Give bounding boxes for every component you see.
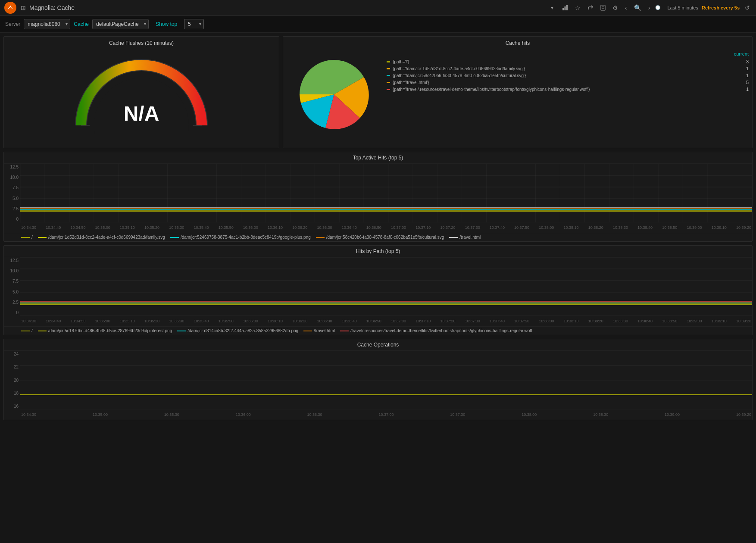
refresh-icon[interactable]: ↺	[743, 3, 752, 13]
chart1-legend-label-5: /travel.html	[459, 235, 481, 240]
legend-item-4: {path='/travel.html'} 5	[387, 80, 749, 85]
file-icon[interactable]	[599, 3, 607, 12]
legend-text-3: {path='/dam/jcr:58c420b6-fa30-4578-8af0-…	[393, 73, 737, 78]
chart2-legend: / /dam/jcr:5c1870bc-d486-4b38-b5ce-28769…	[4, 326, 752, 335]
y2-label-5: 0	[16, 310, 19, 315]
refresh-label[interactable]: Refresh every 5s	[702, 5, 740, 10]
nav-right: ☆ ⚙ ‹ 🔍 › 🕐 Last 5 minutes Refresh every…	[560, 3, 752, 13]
share-icon[interactable]	[586, 3, 595, 12]
cache-select[interactable]: defaultPageCache	[92, 19, 149, 29]
chart2-panel: Hits by Path (top 5) 12.5 10.0 7.5 5.0 2…	[3, 245, 753, 335]
chart2-area: 12.5 10.0 7.5 5.0 2.5 0 1	[4, 257, 752, 326]
chart1-legend-1: /	[21, 235, 33, 240]
chart1-legend: / /dam/jcr:1d52d31d-8cc2-4ade-a4cf-c0d66…	[4, 233, 752, 241]
chart1-legend-label-1: /	[31, 235, 33, 240]
chart2-legend-1: /	[21, 328, 33, 333]
star-icon[interactable]: ☆	[573, 3, 582, 13]
chart1-legend-5: /travel.html	[449, 235, 481, 240]
chart3-title: Cache Operations	[4, 339, 752, 351]
pie-chart-area	[287, 51, 381, 137]
pie-content: current {path='/'} 3 {path='/dam/jcr:1d5…	[287, 48, 749, 144]
grid-icon: ⊞	[21, 4, 26, 11]
pie-svg	[291, 51, 377, 137]
svg-rect-3	[566, 5, 568, 10]
top-navbar: ⊞ Magnolia: Cache ▾ ☆ ⚙ ‹ 🔍 › 🕐 Last 5 m…	[0, 0, 756, 16]
y1-label-4: 2.5	[12, 206, 19, 211]
cache-dropdown[interactable]: defaultPageCache	[92, 19, 149, 29]
prev-icon[interactable]: ‹	[623, 3, 629, 13]
legend-val-4: 5	[740, 80, 749, 85]
top-num-dropdown[interactable]: 5 10 15 20	[184, 19, 204, 29]
svg-rect-2	[565, 6, 566, 10]
y1-label-0: 12.5	[10, 165, 19, 169]
legend-text-2: {path='/dam/jcr:1d52d31d-8cc2-4ade-a4cf-…	[393, 66, 737, 71]
legend-val-5: 1	[740, 87, 749, 92]
chart3-area: 24 22 20 18 16 10:34:30 10:35:00 10:35:3…	[4, 351, 752, 420]
server-dropdown[interactable]: magnolia8080	[24, 19, 70, 29]
chart2-legend-label-4: /travel.html	[314, 328, 335, 333]
chart2-legend-label-1: /	[31, 328, 33, 333]
filter-bar: Server magnolia8080 Cache defaultPageCac…	[0, 16, 756, 33]
chart1-title: Top Active Hits (top 5)	[4, 152, 752, 164]
legend-item-2: {path='/dam/jcr:1d52d31d-8cc2-4ade-a4cf-…	[387, 66, 749, 71]
chart1-x-labels: 10:34:30 10:34:40 10:34:50 10:35:00 10:3…	[20, 222, 752, 233]
y1-label-5: 0	[16, 217, 19, 222]
title-chevron[interactable]: ▾	[551, 5, 553, 11]
chart3-svg	[20, 351, 752, 409]
y2-label-2: 7.5	[12, 279, 19, 284]
search-icon[interactable]: 🔍	[632, 3, 643, 13]
gear-icon[interactable]: ⚙	[611, 3, 620, 13]
legend-val-1: 3	[740, 59, 749, 64]
legend-text-1: {path='/'}	[393, 59, 737, 64]
legend-item-3: {path='/dam/jcr:58c420b6-fa30-4578-8af0-…	[387, 73, 749, 78]
svg-rect-4	[601, 5, 605, 10]
y1-label-1: 10.0	[10, 175, 19, 180]
top-num-select[interactable]: 5 10 15 20	[184, 19, 204, 29]
y3-label-2: 20	[14, 378, 19, 383]
y2-label-1: 10.0	[10, 268, 19, 273]
chart1-legend-label-2: /dam/jcr:1d52d31d-8cc2-4ade-a4cf-c0d6699…	[48, 235, 165, 240]
legend-text-5: {path='/travel/.resources/travel-demo-th…	[393, 87, 737, 92]
legend-val-2: 1	[740, 66, 749, 71]
gauge-value: N/A	[124, 102, 159, 125]
y2-label-0: 12.5	[10, 258, 19, 263]
chart1-area: 12.5 10.0 7.5 5.0 2.5 0	[4, 164, 752, 233]
server-label: Server	[5, 21, 20, 27]
chart1-panel: Top Active Hits (top 5) 12.5 10.0 7.5 5.…	[3, 152, 753, 242]
chart3-x-labels: 10:34:30 10:35:00 10:35:30 10:36:00 10:3…	[20, 409, 752, 420]
legend-item-1: {path='/'} 3	[387, 59, 749, 64]
chart1-legend-label-3: /dam/jcr:52469758-3875-4ac1-b2bb-8deac5c…	[181, 235, 311, 240]
chart2-svg	[20, 257, 752, 316]
legend-val-3: 1	[740, 73, 749, 78]
chart2-legend-4: /travel.html	[303, 328, 335, 333]
bar-chart-icon[interactable]	[560, 3, 570, 12]
chart2-legend-label-5: /travel/.resources/travel-demo-theme/lib…	[350, 328, 532, 333]
show-top-button[interactable]: Show top	[152, 19, 181, 29]
gauge-container: N/A	[68, 48, 215, 134]
pie-title: Cache hits	[287, 40, 749, 46]
clock-icon: 🕐	[655, 5, 660, 10]
app-logo	[4, 2, 16, 14]
chart2-y-labels: 12.5 10.0 7.5 5.0 2.5 0	[4, 257, 20, 316]
legend-text-4: {path='/travel.html'}	[393, 80, 737, 85]
server-select[interactable]: magnolia8080	[24, 19, 70, 29]
chart1-svg	[20, 164, 752, 222]
next-icon[interactable]: ›	[647, 3, 652, 13]
chart1-legend-2: /dam/jcr:1d52d31d-8cc2-4ade-a4cf-c0d6699…	[38, 235, 165, 240]
pie-panel: Cache hits	[283, 36, 753, 148]
chart2-x-labels: 10:34:30 10:34:40 10:34:50 10:35:00 10:3…	[20, 316, 752, 326]
gauge-panel: Cache Flushes (10 minutes)	[3, 36, 279, 148]
y1-label-2: 7.5	[12, 185, 19, 190]
chart3-y-labels: 24 22 20 18 16	[4, 351, 20, 409]
y1-label-3: 5.0	[12, 196, 19, 201]
y3-label-3: 18	[14, 391, 19, 396]
y3-label-4: 16	[14, 404, 19, 409]
gauge-title: Cache Flushes (10 minutes)	[109, 40, 174, 46]
chart2-legend-2: /dam/jcr:5c1870bc-d486-4b38-b5ce-287694b…	[38, 328, 172, 333]
chart1-legend-3: /dam/jcr:52469758-3875-4ac1-b2bb-8deac5c…	[170, 235, 311, 240]
y2-label-4: 2.5	[12, 300, 19, 305]
top-row: Cache Flushes (10 minutes)	[3, 36, 753, 148]
y3-label-0: 24	[14, 352, 19, 356]
chart3-panel: Cache Operations 24 22 20 18 16 10:34:30	[3, 339, 753, 420]
y2-label-3: 5.0	[12, 290, 19, 294]
